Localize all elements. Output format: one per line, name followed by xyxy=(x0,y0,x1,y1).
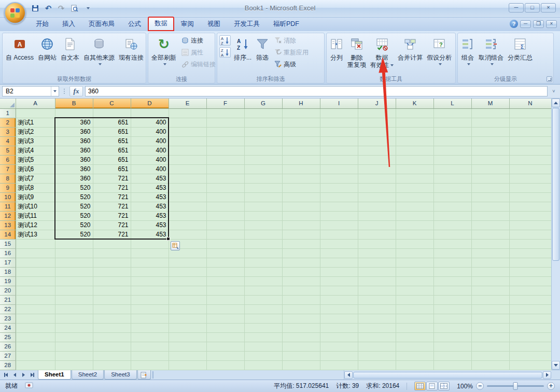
cell-J16[interactable] xyxy=(358,248,396,258)
cell-G19[interactable] xyxy=(244,276,282,286)
cell-M16[interactable] xyxy=(471,248,509,258)
cell-M2[interactable] xyxy=(471,118,509,127)
clear-filter-button[interactable]: 清除 xyxy=(272,35,311,46)
cell-B22[interactable] xyxy=(55,304,93,314)
cell-C23[interactable] xyxy=(93,314,131,323)
cell-B15[interactable] xyxy=(55,239,93,248)
cell-C7[interactable]: 651 xyxy=(93,164,131,174)
cell-K19[interactable] xyxy=(396,276,433,286)
cell-J23[interactable] xyxy=(358,314,396,323)
cell-G23[interactable] xyxy=(244,314,282,323)
cell-G10[interactable] xyxy=(244,192,282,202)
horizontal-scrollbar[interactable] xyxy=(344,370,551,380)
cell-F11[interactable] xyxy=(206,202,244,211)
cell-K10[interactable] xyxy=(396,192,433,202)
group-button[interactable]: 组合 xyxy=(459,34,477,75)
cell-K14[interactable] xyxy=(396,230,433,239)
cell-I15[interactable] xyxy=(320,239,358,248)
cell-A2[interactable]: 测试1 xyxy=(16,118,55,127)
cell-E5[interactable] xyxy=(169,146,206,155)
zoom-slider-thumb[interactable] xyxy=(513,382,518,390)
column-header-H[interactable]: H xyxy=(282,99,320,108)
row-header-27[interactable]: 27 xyxy=(0,351,16,360)
cell-G2[interactable] xyxy=(244,118,282,127)
cell-H20[interactable] xyxy=(282,286,320,295)
cell-H4[interactable] xyxy=(282,136,320,146)
cell-G25[interactable] xyxy=(244,332,282,342)
cell-K5[interactable] xyxy=(396,146,433,155)
cell-N16[interactable] xyxy=(509,248,551,258)
sort-descending-button[interactable]: ZA xyxy=(219,47,231,58)
cell-H18[interactable] xyxy=(282,267,320,276)
cell-D15[interactable] xyxy=(131,239,169,248)
cell-G14[interactable] xyxy=(244,230,282,239)
cell-D24[interactable] xyxy=(131,323,169,332)
cell-N23[interactable] xyxy=(509,314,551,323)
cell-H27[interactable] xyxy=(282,351,320,360)
sheet-tab-sheet2[interactable]: Sheet2 xyxy=(72,370,104,380)
cell-M23[interactable] xyxy=(471,314,509,323)
cell-C9[interactable]: 721 xyxy=(93,183,131,192)
cell-C11[interactable]: 721 xyxy=(93,202,131,211)
cell-C27[interactable] xyxy=(93,351,131,360)
cell-L14[interactable] xyxy=(433,230,471,239)
cell-K11[interactable] xyxy=(396,202,433,211)
formula-input[interactable]: 360 xyxy=(85,86,548,96)
cell-G5[interactable] xyxy=(244,146,282,155)
cell-E20[interactable] xyxy=(169,286,206,295)
cell-J8[interactable] xyxy=(358,174,396,183)
cell-L5[interactable] xyxy=(433,146,471,155)
row-header-10[interactable]: 10 xyxy=(0,192,16,202)
cell-D27[interactable] xyxy=(131,351,169,360)
cell-N8[interactable] xyxy=(509,174,551,183)
cell-C2[interactable]: 651 xyxy=(93,118,131,127)
cell-F2[interactable] xyxy=(206,118,244,127)
cell-C4[interactable]: 651 xyxy=(93,136,131,146)
scroll-right-button[interactable] xyxy=(543,371,551,379)
cell-L11[interactable] xyxy=(433,202,471,211)
cell-A4[interactable]: 测试3 xyxy=(16,136,55,146)
cell-F16[interactable] xyxy=(206,248,244,258)
cell-B14[interactable]: 520 xyxy=(55,230,93,239)
cell-L2[interactable] xyxy=(433,118,471,127)
cell-M27[interactable] xyxy=(471,351,509,360)
cell-A1[interactable] xyxy=(16,108,55,118)
cell-E2[interactable] xyxy=(169,118,206,127)
cell-A24[interactable] xyxy=(16,323,55,332)
cell-N15[interactable] xyxy=(509,239,551,248)
select-all-corner[interactable] xyxy=(0,99,16,108)
cell-C17[interactable] xyxy=(93,258,131,267)
cell-D4[interactable]: 400 xyxy=(131,136,169,146)
cell-H9[interactable] xyxy=(282,183,320,192)
cell-F9[interactable] xyxy=(206,183,244,192)
workbook-close-button[interactable]: × xyxy=(546,20,557,28)
row-header-7[interactable]: 7 xyxy=(0,164,16,174)
cell-M10[interactable] xyxy=(471,192,509,202)
cell-G20[interactable] xyxy=(244,286,282,295)
workbook-minimize-button[interactable]: ─ xyxy=(520,20,531,28)
column-header-G[interactable]: G xyxy=(244,99,282,108)
refresh-all-button[interactable]: ↻ 全部刷新 xyxy=(149,34,178,75)
insert-function-button[interactable]: fx xyxy=(69,86,83,96)
cell-L15[interactable] xyxy=(433,239,471,248)
cell-M26[interactable] xyxy=(471,342,509,351)
cell-N24[interactable] xyxy=(509,323,551,332)
cell-D14[interactable]: 453 xyxy=(131,230,169,239)
cell-G15[interactable] xyxy=(244,239,282,248)
cell-L8[interactable] xyxy=(433,174,471,183)
cell-I7[interactable] xyxy=(320,164,358,174)
cell-F14[interactable] xyxy=(206,230,244,239)
cell-F5[interactable] xyxy=(206,146,244,155)
subtotal-button[interactable]: Σ 分类汇总 xyxy=(506,34,535,75)
row-header-16[interactable]: 16 xyxy=(0,248,16,258)
edit-links-button[interactable]: 编辑链接 xyxy=(179,59,218,69)
column-header-B[interactable]: B xyxy=(55,99,93,108)
cell-C25[interactable] xyxy=(93,332,131,342)
cell-L27[interactable] xyxy=(433,351,471,360)
row-header-21[interactable]: 21 xyxy=(0,295,16,304)
macro-record-button[interactable] xyxy=(25,382,33,390)
cell-J1[interactable] xyxy=(358,108,396,118)
cell-F21[interactable] xyxy=(206,295,244,304)
cell-E6[interactable] xyxy=(169,155,206,164)
cell-E3[interactable] xyxy=(169,127,206,136)
